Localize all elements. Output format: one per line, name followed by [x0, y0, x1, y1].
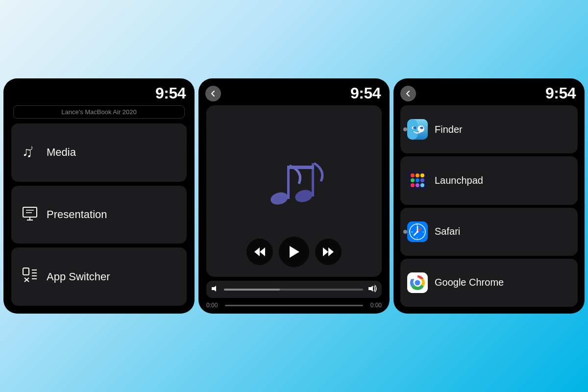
menu-list: ♫ ♪ Media Presentation: [3, 123, 195, 314]
app-item-launchpad[interactable]: Launchpad: [400, 156, 578, 204]
volume-bar[interactable]: [224, 289, 363, 291]
svg-point-31: [414, 127, 416, 129]
svg-point-28: [411, 125, 417, 132]
svg-text:N: N: [416, 224, 418, 226]
svg-point-40: [411, 178, 415, 182]
media-icon: ♫ ♪: [21, 143, 39, 162]
svg-point-37: [411, 173, 415, 177]
app-item-safari[interactable]: N S W E Safari: [400, 208, 578, 256]
svg-rect-15: [287, 166, 290, 199]
media-label: Media: [47, 146, 76, 159]
back-button-3[interactable]: [400, 86, 416, 101]
progress-bar[interactable]: [225, 305, 363, 306]
finder-dot: [403, 127, 407, 131]
svg-text:S: S: [416, 237, 418, 239]
svg-marker-25: [368, 286, 373, 292]
chrome-icon: [407, 272, 428, 293]
chrome-label: Google Chrome: [435, 277, 504, 288]
fast-forward-button[interactable]: [315, 239, 342, 265]
svg-text:♪: ♪: [30, 144, 33, 151]
svg-marker-21: [290, 246, 299, 258]
volume-low-icon: [211, 285, 219, 294]
svg-rect-2: [23, 207, 37, 217]
watch-screen-1: 9:54 Lance's MacBook Air 2020 ♫ ♪ Media: [3, 78, 195, 314]
top-bar-2: 9:54: [198, 78, 390, 105]
rewind-button[interactable]: [246, 239, 273, 265]
progress-end: 0:00: [368, 302, 382, 309]
app-switcher-label: App Switcher: [47, 270, 110, 283]
back-button-2[interactable]: [205, 86, 221, 101]
progress-start: 0:00: [206, 302, 220, 309]
progress-control: 0:00 0:00: [206, 302, 382, 309]
svg-rect-18: [287, 166, 314, 169]
time-display-3: 9:54: [545, 84, 576, 102]
watch-screen-3: 9:54: [393, 78, 585, 314]
volume-fill: [224, 289, 280, 291]
time-display-1: 9:54: [155, 84, 186, 102]
app-switcher-icon: [21, 267, 39, 286]
player-area: 0:00 0:00: [198, 105, 390, 314]
svg-point-34: [413, 127, 414, 128]
svg-point-45: [420, 183, 424, 187]
svg-marker-19: [260, 247, 265, 256]
safari-label: Safari: [435, 226, 460, 237]
svg-point-33: [421, 127, 423, 129]
svg-point-39: [420, 173, 424, 177]
svg-point-14: [270, 191, 290, 206]
music-note: [206, 110, 382, 247]
presentation-label: Presentation: [47, 208, 107, 221]
svg-marker-23: [328, 247, 334, 256]
svg-text:W: W: [411, 231, 413, 233]
svg-point-55: [416, 231, 418, 233]
playback-controls: [206, 237, 382, 267]
svg-point-42: [420, 178, 424, 182]
launchpad-label: Launchpad: [435, 175, 483, 186]
svg-point-38: [416, 173, 419, 177]
volume-high-icon: [368, 285, 377, 294]
menu-item-media[interactable]: ♫ ♪ Media: [11, 123, 187, 182]
time-display-2: 9:54: [350, 84, 381, 102]
svg-text:E: E: [423, 231, 424, 233]
play-button[interactable]: [279, 237, 309, 267]
svg-marker-22: [323, 247, 328, 256]
finder-label: Finder: [435, 124, 463, 135]
app-item-google-chrome[interactable]: Google Chrome: [400, 259, 578, 307]
svg-point-44: [416, 183, 419, 187]
svg-rect-7: [23, 268, 29, 275]
svg-point-58: [415, 280, 420, 285]
album-art: [206, 105, 382, 277]
menu-item-presentation[interactable]: Presentation: [11, 186, 187, 244]
menu-item-app-switcher[interactable]: App Switcher: [11, 247, 187, 306]
launchpad-icon: [407, 170, 428, 191]
svg-point-43: [411, 183, 415, 187]
svg-point-35: [420, 127, 421, 128]
svg-point-16: [294, 188, 314, 204]
top-bar-3: 9:54: [393, 78, 585, 105]
volume-control: [206, 281, 382, 298]
svg-marker-20: [254, 247, 260, 256]
app-item-finder[interactable]: Finder: [400, 105, 578, 153]
top-bar-1: 9:54: [3, 78, 195, 105]
device-label: Lance's MacBook Air 2020: [13, 105, 185, 119]
svg-point-29: [417, 125, 424, 132]
safari-dot: [403, 230, 407, 234]
app-list: Finder: [393, 105, 585, 314]
presentation-icon: [21, 205, 39, 224]
svg-marker-24: [212, 286, 216, 292]
watches-container: 9:54 Lance's MacBook Air 2020 ♫ ♪ Media: [1, 78, 587, 314]
svg-point-41: [416, 178, 419, 182]
finder-icon: [407, 119, 428, 140]
safari-icon: N S W E: [407, 221, 428, 242]
watch-screen-2: 9:54: [198, 78, 390, 314]
